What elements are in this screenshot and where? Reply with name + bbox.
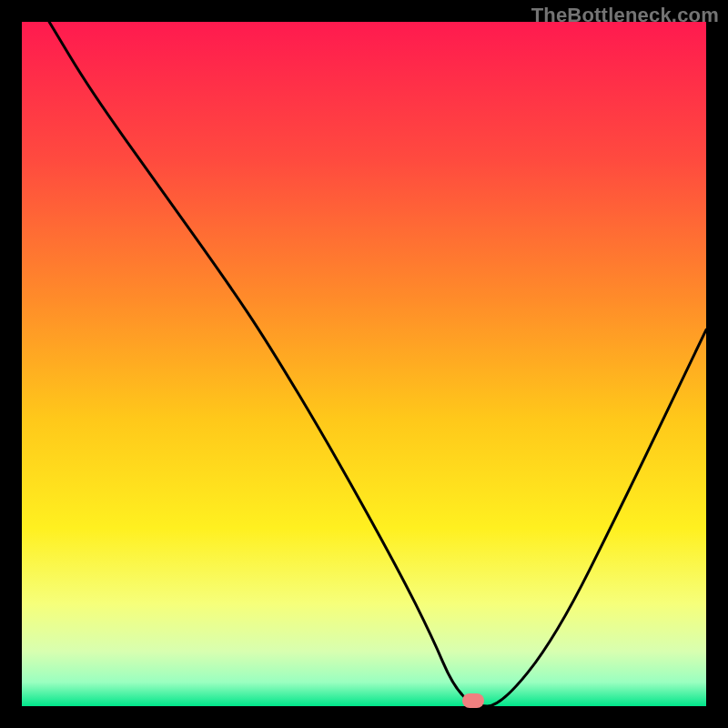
plot-area <box>22 22 706 706</box>
bottleneck-curve <box>22 22 706 706</box>
chart-frame: TheBottleneck.com <box>0 0 728 728</box>
watermark-text: TheBottleneck.com <box>531 4 719 27</box>
optimal-point-marker <box>462 693 484 708</box>
